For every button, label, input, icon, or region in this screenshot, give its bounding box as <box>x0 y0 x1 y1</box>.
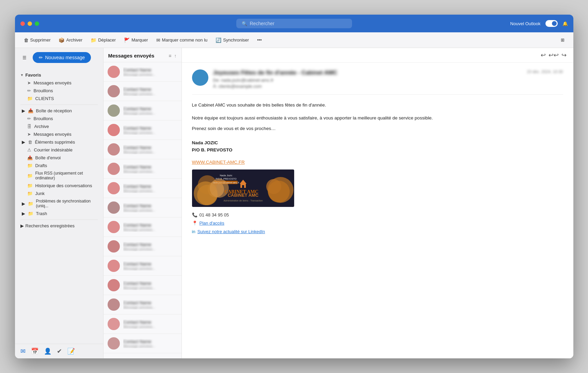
synchroniser-button[interactable]: 🔄 Synchroniser <box>212 36 252 45</box>
avatar <box>108 260 120 272</box>
calendar-nav-icon[interactable]: 📅 <box>31 347 38 355</box>
sidebar-bottom: ✉ 📅 👤 ✔ 📝 <box>15 344 103 358</box>
message-preview: Message preview... <box>123 189 177 193</box>
list-item[interactable]: Contact Name Message preview... <box>104 237 181 256</box>
message-item-content: Contact Name Message preview... <box>123 145 177 154</box>
sidebar-item-flux-rss[interactable]: 📁 Flux RSS (uniquement cet ordinateur) <box>16 169 102 182</box>
email-line2: Notre équipe est toujours aussi enthousi… <box>192 114 563 122</box>
message-list-header: Messages envoyés ≡ ↑ <box>104 48 181 62</box>
sidebar-item-messages-envoyes-fav[interactable]: ➤ Messages envoyés <box>16 79 102 87</box>
sender-name: Contact Name <box>123 242 177 247</box>
archive-icon: 🗄 <box>27 124 32 129</box>
sidebar-item-boite-reception[interactable]: ▶ 📥 Boîte de réception <box>16 107 102 115</box>
supprimer-button[interactable]: 🗑 Supprimer <box>20 36 54 45</box>
list-item[interactable]: Contact Name Message preview... <box>104 101 181 120</box>
list-item[interactable]: Contact Name Message preview... <box>104 256 181 276</box>
svg-point-2 <box>208 181 224 197</box>
message-preview: Message preview... <box>123 111 177 115</box>
sidebar-item-courrier-indesirable[interactable]: ⚠ Courrier indésirable <box>16 146 102 154</box>
list-item[interactable]: Contact Name Message preview... <box>104 334 181 353</box>
list-item[interactable]: Contact Name Message preview... <box>104 314 181 334</box>
notification-icon[interactable]: 🔔 <box>562 21 568 26</box>
list-item[interactable]: Contact Name Message preview... <box>104 217 181 237</box>
sidebar-menu-button[interactable]: ☰ <box>20 54 29 62</box>
layout-icon: ⊞ <box>561 37 565 43</box>
folder-icon: 📁 <box>28 201 33 206</box>
list-item[interactable]: Contact Name Message preview... <box>104 179 181 198</box>
recherches-label: Recherches enregistrées <box>26 223 75 228</box>
layout-button[interactable]: ⊞ <box>557 36 568 44</box>
marquer-non-lu-label: Marquer comme non lu <box>162 37 208 43</box>
sidebar-item-clients[interactable]: 📁 CLIENTS <box>16 95 102 102</box>
maximize-button[interactable] <box>35 21 39 26</box>
favoris-section[interactable]: ▼ Favoris <box>15 71 103 79</box>
deplacer-button[interactable]: 📁 Déplacer <box>87 36 119 45</box>
message-preview: Message preview... <box>123 208 177 212</box>
sidebar-item-elements-supprimes[interactable]: ▶ 🗑 Éléments supprimés <box>16 138 102 146</box>
marquer-non-lu-button[interactable]: ✉ Marquer comme non lu <box>153 36 211 45</box>
sidebar-item-brouillons[interactable]: ✏ Brouillons <box>16 115 102 123</box>
sidebar-item-drafts[interactable]: 📁 Drafts <box>16 162 102 169</box>
notes-nav-icon[interactable]: 📝 <box>67 347 75 355</box>
mail-nav-icon[interactable]: ✉ <box>20 347 26 355</box>
rss-icon: 📁 <box>27 173 33 178</box>
message-item-content: Contact Name Message preview... <box>123 67 177 77</box>
sidebar-item-label: Problèmes de synchronisation (uniq... <box>36 199 96 208</box>
list-item[interactable]: Contact Name Message preview... <box>104 198 181 217</box>
sidebar-item-boite-envoi[interactable]: 📤 Boîte d'envoi <box>16 154 102 162</box>
list-item[interactable]: Contact Name Message preview... <box>104 140 181 159</box>
sidebar-item-messages-envoyes[interactable]: ➤ Messages envoyés <box>16 130 102 138</box>
message-preview: Message preview... <box>123 131 177 135</box>
email-subject: Joyeuses Fêtes de fin d'année - Cabinet … <box>213 69 522 76</box>
sidebar-item-label: Drafts <box>35 163 47 168</box>
titlebar-right: Nouvel Outlook 🔔 <box>510 20 568 27</box>
list-item[interactable]: Contact Name Message preview... <box>104 62 181 82</box>
sidebar-item-label: Flux RSS (uniquement cet ordinateur) <box>35 171 96 180</box>
svg-text:P/O B. PREVOSTO: P/O B. PREVOSTO <box>216 178 237 180</box>
list-item[interactable]: Contact Name Message preview... <box>104 276 181 295</box>
linkedin-link[interactable]: Suivez notre actualité sur LinkedIn <box>197 228 265 236</box>
list-item[interactable]: Contact Name Message preview... <box>104 159 181 179</box>
draft-icon: ✏ <box>27 116 31 121</box>
tasks-nav-icon[interactable]: ✔ <box>57 347 62 355</box>
svg-point-3 <box>198 175 217 194</box>
plan-acces-link[interactable]: Plan d'accès <box>200 220 224 227</box>
message-item-content: Contact Name Message preview... <box>123 203 177 212</box>
people-nav-icon[interactable]: 👤 <box>44 347 51 355</box>
reply-all-button[interactable]: ↩↩ <box>549 51 559 59</box>
email-nav-buttons: ↩ ↩↩ ↪ <box>541 51 567 59</box>
outlook-toggle[interactable] <box>545 20 558 27</box>
archiver-button[interactable]: 📦 Archiver <box>55 36 86 45</box>
marquer-button[interactable]: 🚩 Marquer <box>121 36 151 45</box>
new-message-button[interactable]: ✏ Nouveau message <box>33 52 91 63</box>
minimize-button[interactable] <box>28 21 32 26</box>
forward-button[interactable]: ↪ <box>561 51 567 59</box>
sort-icon[interactable]: ↑ <box>174 53 177 59</box>
list-item[interactable]: Contact Name Message preview... <box>104 120 181 140</box>
filter-icon[interactable]: ≡ <box>169 53 171 59</box>
list-item[interactable]: Contact Name Message preview... <box>104 295 181 314</box>
message-item-content: Contact Name Message preview... <box>123 184 177 193</box>
favoris-label: Favoris <box>25 72 41 78</box>
sidebar-item-problemes-sync[interactable]: ▶ 📁 Problèmes de synchronisation (uniq..… <box>16 197 102 210</box>
email-from: De: nada.jozic@cabinet-amc.fr <box>213 78 522 83</box>
search-bar[interactable]: 🔍 <box>236 19 352 28</box>
sidebar-item-trash[interactable]: ▶ 📁 Trash <box>16 210 102 217</box>
sidebar-item-brouillons-fav[interactable]: ✏ Brouillons <box>16 87 102 95</box>
linkedin-icon: in <box>192 228 195 236</box>
avatar <box>108 337 120 350</box>
message-preview: Message preview... <box>123 266 177 271</box>
list-item[interactable]: Contact Name Message preview... <box>104 82 181 101</box>
reply-button[interactable]: ↩ <box>541 51 546 59</box>
sent-icon: ➤ <box>27 80 31 85</box>
website-link[interactable]: WWW.CABINET-AMC.FR <box>192 159 563 166</box>
close-button[interactable] <box>20 21 25 26</box>
svg-text:Administration de biens - Tran: Administration de biens - Transaction <box>223 199 263 202</box>
email-to: À: clients@example.com <box>213 84 522 89</box>
recherches-section[interactable]: ▶ Recherches enregistrées <box>15 222 103 230</box>
sidebar-item-historique[interactable]: 📁 Historique des conversations <box>16 182 102 190</box>
search-input[interactable] <box>250 21 347 26</box>
more-button[interactable]: ••• <box>254 36 265 44</box>
sidebar-item-junk[interactable]: 📁 Junk <box>16 190 102 197</box>
sidebar-item-archive[interactable]: 🗄 Archive <box>16 123 102 130</box>
